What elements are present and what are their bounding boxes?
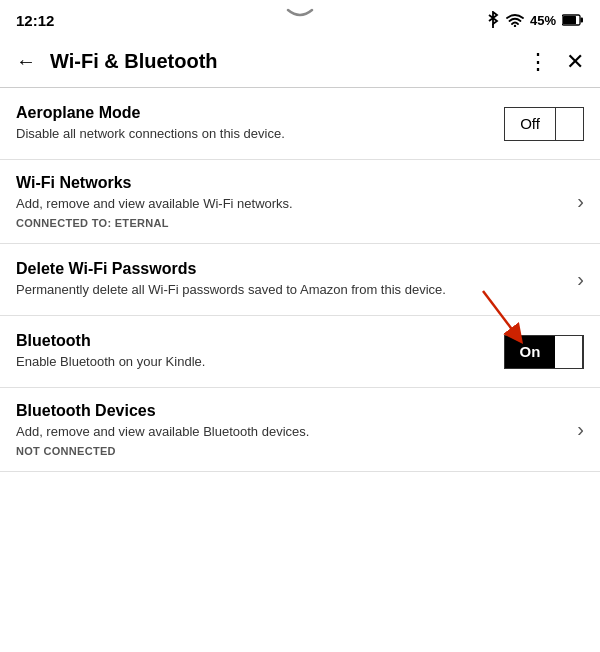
back-button[interactable]: ← [16,50,36,73]
svg-rect-3 [563,16,576,24]
header-actions: ⋮ ✕ [527,49,584,75]
aeroplane-mode-toggle-thumb [555,108,583,140]
page-header: ← Wi-Fi & Bluetooth ⋮ ✕ [0,36,600,88]
aeroplane-mode-item[interactable]: Aeroplane Mode Disable all network conne… [0,88,600,160]
red-arrow-annotation [473,286,528,346]
wifi-networks-chevron: › [577,190,584,213]
settings-list: Aeroplane Mode Disable all network conne… [0,88,600,472]
delete-wifi-passwords-title: Delete Wi-Fi Passwords [16,260,565,278]
aeroplane-mode-content: Aeroplane Mode Disable all network conne… [16,104,504,143]
delete-wifi-passwords-chevron: › [577,268,584,291]
bluetooth-content: Bluetooth Enable Bluetooth on your Kindl… [16,332,504,371]
aeroplane-mode-toggle[interactable]: Off [504,107,584,141]
aeroplane-mode-toggle-label: Off [505,115,555,132]
wifi-status-icon [506,13,524,27]
close-button[interactable]: ✕ [566,49,584,75]
wifi-networks-sub: CONNECTED TO: ETERNAL [16,217,565,229]
bluetooth-item[interactable]: Bluetooth Enable Bluetooth on your Kindl… [0,316,600,388]
svg-point-1 [514,25,516,27]
bluetooth-title: Bluetooth [16,332,492,350]
wifi-networks-content: Wi-Fi Networks Add, remove and view avai… [16,174,577,229]
svg-line-6 [483,291,517,336]
battery-icon [562,14,584,26]
bluetooth-devices-sub: NOT CONNECTED [16,445,565,457]
page-title: Wi-Fi & Bluetooth [50,50,527,73]
bluetooth-toggle-thumb [555,336,583,368]
bluetooth-devices-desc: Add, remove and view available Bluetooth… [16,423,565,441]
bluetooth-desc: Enable Bluetooth on your Kindle. [16,353,492,371]
aeroplane-mode-desc: Disable all network connections on this … [16,125,492,143]
wifi-networks-title: Wi-Fi Networks [16,174,565,192]
status-bar: 12:12 45% [0,0,600,36]
wifi-networks-item[interactable]: Wi-Fi Networks Add, remove and view avai… [0,160,600,244]
bluetooth-status-icon [486,11,500,29]
svg-rect-4 [581,18,584,23]
menu-button[interactable]: ⋮ [527,49,550,75]
status-icons: 45% [486,11,584,29]
bluetooth-devices-content: Bluetooth Devices Add, remove and view a… [16,402,577,457]
amazon-logo [280,6,320,20]
status-time: 12:12 [16,12,54,29]
bluetooth-devices-title: Bluetooth Devices [16,402,565,420]
bluetooth-devices-chevron: › [577,418,584,441]
bluetooth-devices-item[interactable]: Bluetooth Devices Add, remove and view a… [0,388,600,472]
battery-percent: 45% [530,13,556,28]
aeroplane-mode-title: Aeroplane Mode [16,104,492,122]
wifi-networks-desc: Add, remove and view available Wi-Fi net… [16,195,565,213]
